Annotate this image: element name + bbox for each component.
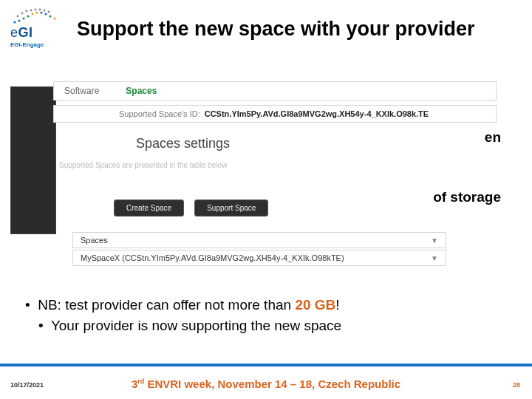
screenshot-stack: Software Spaces Supported Space's ID: CC… — [10, 81, 498, 273]
bullet-2-text: Your provider is now supporting the new … — [51, 318, 341, 333]
spaces-list-header-label: Spaces — [81, 236, 108, 245]
svg-point-2 — [22, 17, 24, 19]
bullet-list: • NB: test provider can offer not more t… — [25, 296, 341, 336]
spaces-list-item[interactable]: MySpaceX (CCStn.YIm5Py.AVd.GI8a9MVG2wg.X… — [72, 250, 446, 266]
svg-point-15 — [39, 9, 41, 11]
svg-point-10 — [17, 16, 19, 18]
spaces-list-header[interactable]: Spaces ▼ — [72, 232, 446, 248]
bullet-item-2: • Your provider is now supporting the ne… — [38, 316, 341, 335]
modal-buttons: Create Space Support Space — [114, 200, 268, 216]
background-panel — [10, 86, 56, 234]
svg-point-3 — [27, 15, 29, 17]
svg-point-5 — [35, 11, 38, 13]
footer: 10/17/2021 3rd ENVRI week, November 14 –… — [0, 366, 532, 399]
bullet-1-text-b: ! — [335, 297, 339, 313]
bullet-1-highlight: 20 GB — [295, 297, 335, 313]
tab-software[interactable]: Software — [64, 86, 99, 96]
spaces-settings-heading: Spaces settings — [136, 136, 230, 151]
chevron-down-icon: ▼ — [431, 236, 438, 245]
svg-point-12 — [26, 10, 28, 13]
page-title: Support the new space with your provider — [77, 18, 475, 41]
svg-point-8 — [49, 15, 51, 17]
bullet-item-1: • NB: test provider can offer not more t… — [25, 296, 341, 315]
bullet-1-text-a: NB: test provider can offer not more tha… — [38, 297, 295, 313]
footer-center: 3rd ENVRI week, November 14 – 18, Czech … — [0, 378, 532, 390]
svg-point-4 — [31, 13, 33, 15]
faint-caption: Supported Spaces are presented in the ta… — [59, 161, 421, 169]
create-space-button[interactable]: Create Space — [114, 200, 184, 216]
svg-point-14 — [35, 9, 37, 11]
tabs-bar: Software Spaces — [53, 81, 497, 100]
supported-id-row: Supported Space's ID: CCStn.YIm5Py.AVd.G… — [53, 105, 497, 123]
svg-point-11 — [21, 13, 24, 15]
supported-id-label: Supported Space's ID: — [119, 109, 200, 118]
tab-spaces[interactable]: Spaces — [126, 86, 157, 96]
footer-page-number: 28 — [513, 381, 520, 389]
logo-subtext: EGI-Engage — [10, 41, 68, 48]
footer-ordinal-num: 3 — [132, 378, 137, 390]
svg-point-16 — [44, 10, 46, 12]
cutoff-text-right-2: of storage — [433, 189, 501, 205]
svg-point-6 — [40, 11, 42, 13]
svg-point-0 — [13, 21, 16, 23]
chevron-down-icon: ▼ — [431, 254, 438, 262]
logo-graphic — [10, 7, 62, 27]
support-space-button[interactable]: Support Space — [194, 200, 268, 216]
spaces-list-item-label: MySpaceX (CCStn.YIm5Py.AVd.GI8a9MVG2wg.X… — [81, 253, 344, 262]
supported-id-value: CCStn.YIm5Py.AVd.GI8a9MVG2wg.XH54y-4_KXI… — [205, 109, 429, 118]
svg-point-17 — [48, 11, 50, 13]
logo-text: eeGIGI — [10, 25, 68, 41]
svg-point-9 — [53, 17, 55, 19]
svg-point-13 — [30, 10, 33, 12]
cutoff-text-right-1: en — [485, 129, 501, 146]
footer-event-text: ENVRI week, November 14 – 18, Czech Repu… — [144, 378, 400, 390]
svg-point-7 — [44, 13, 47, 15]
logo: eeGIGI EGI-Engage — [10, 7, 68, 48]
footer-ordinal-sup: rd — [137, 378, 144, 385]
svg-point-1 — [18, 19, 20, 21]
